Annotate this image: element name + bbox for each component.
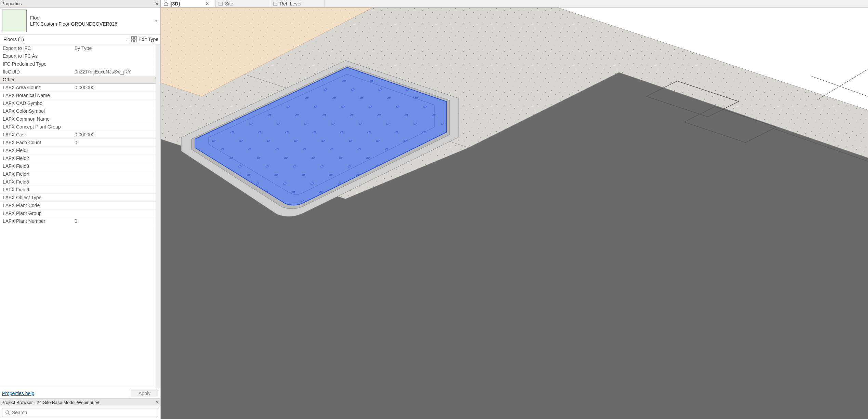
property-label: LAFX Field4 [0,170,72,178]
property-label: LAFX Color Symbol [0,107,72,115]
property-group-header[interactable]: Other⌃ [0,76,160,84]
instance-filter-label: Floors (1) [3,37,24,42]
svg-line-5 [9,414,10,415]
property-value[interactable] [72,52,160,60]
tab-label: {3D} [170,1,180,6]
tab-site[interactable]: Site [215,0,270,7]
3d-viewport[interactable] [161,8,868,419]
property-row[interactable]: IfcGUID0nZZt7nIjEqxuNJsSw_jRY [0,68,160,76]
property-value[interactable]: 0.000000 [72,131,160,139]
property-value[interactable]: By Type [72,44,160,52]
property-label: LAFX Plant Group [0,210,72,217]
property-row[interactable]: Export to IFCBy Type [0,44,160,52]
properties-footer: Properties help Apply [0,388,160,398]
property-row[interactable]: LAFX Plant Number0 [0,217,160,225]
properties-panel-title: Properties [1,1,22,6]
property-value[interactable] [72,210,160,217]
property-label: LAFX Area Count [0,84,72,92]
property-row[interactable]: LAFX Concept Plant Group [0,123,160,131]
left-sidebar: Properties ✕ Floor LFX-Custom-Floor-GROU… [0,0,161,419]
view-tabs: {3D} ✕ Site Ref. Level [161,0,868,8]
property-label: Export to IFC As [0,52,72,60]
property-label: LAFX Common Name [0,115,72,123]
property-row[interactable]: LAFX Field6 [0,186,160,194]
tab-ref-level[interactable]: Ref. Level [270,0,325,7]
svg-rect-3 [134,40,137,42]
svg-rect-2 [131,40,134,42]
properties-help-link[interactable]: Properties help [2,391,34,396]
property-value[interactable]: 0.000000 [72,84,160,92]
property-value[interactable] [72,123,160,131]
property-row[interactable]: LAFX Field3 [0,162,160,170]
tab-label: Site [225,1,233,6]
property-row[interactable]: LAFX Color Symbol [0,107,160,115]
property-row[interactable]: LAFX Object Type [0,194,160,202]
edit-type-label: Edit Type [139,37,158,42]
property-row[interactable]: LAFX Botanical Name [0,92,160,99]
project-browser-header: Project Browser - 24-Site Base Model-Web… [0,398,160,406]
svg-rect-0 [131,37,134,39]
property-value[interactable]: 0 [72,139,160,147]
property-value[interactable] [72,99,160,107]
property-value[interactable]: 0nZZt7nIjEqxuNJsSw_jRY [72,68,160,76]
property-row[interactable]: LAFX Plant Group [0,210,160,217]
home-icon [163,1,168,6]
property-row[interactable]: Export to IFC As [0,52,160,60]
property-row[interactable]: LAFX Area Count0.000000 [0,84,160,92]
property-label: LAFX Field3 [0,162,72,170]
property-value[interactable] [72,154,160,162]
property-value[interactable]: 0 [72,217,160,225]
property-value[interactable] [72,162,160,170]
scrollbar[interactable] [156,44,160,388]
properties-grid[interactable]: Export to IFCBy Type Export to IFC As IF… [0,44,160,388]
edit-type-icon [131,36,137,42]
property-row[interactable]: LAFX Plant Code [0,202,160,210]
property-value[interactable] [72,170,160,178]
property-row[interactable]: LAFX Field5 [0,178,160,186]
3d-scene [161,8,868,419]
property-value[interactable] [72,60,160,68]
property-row[interactable]: LAFX Field1 [0,147,160,154]
type-selector[interactable]: Floor LFX-Custom-Floor-GROUNDCOVER026 ▾ [0,8,160,35]
property-value[interactable] [72,178,160,186]
property-row[interactable]: IFC Predefined Type [0,60,160,68]
instance-filter-combo[interactable]: Floors (1) ⌄ [2,36,131,43]
sheet-icon [218,1,223,6]
close-icon[interactable]: ✕ [206,1,209,6]
property-value[interactable] [72,186,160,194]
apply-button[interactable]: Apply [131,390,158,397]
close-icon[interactable]: ✕ [155,400,159,405]
property-label: LAFX Field1 [0,147,72,154]
property-row[interactable]: LAFX Field4 [0,170,160,178]
search-field[interactable] [12,410,155,415]
property-value[interactable] [72,115,160,123]
search-input[interactable] [2,408,158,417]
search-icon [5,410,10,415]
property-label: LAFX Each Count [0,139,72,147]
svg-rect-1 [134,37,137,39]
sheet-icon [273,1,278,6]
tab-label: Ref. Level [280,1,301,6]
property-label: IFC Predefined Type [0,60,72,68]
property-label: LAFX Field6 [0,186,72,194]
property-row[interactable]: LAFX CAD Symbol [0,99,160,107]
property-row[interactable]: LAFX Common Name [0,115,160,123]
chevron-down-icon[interactable]: ▾ [154,19,158,23]
property-label: LAFX Plant Number [0,217,72,225]
property-value[interactable] [72,202,160,210]
property-value[interactable] [72,92,160,99]
property-row[interactable]: LAFX Each Count0 [0,139,160,147]
property-value[interactable] [72,147,160,154]
property-label: LAFX Concept Plant Group [0,123,72,131]
type-swatch [2,10,27,32]
property-row[interactable]: LAFX Field2 [0,154,160,162]
close-icon[interactable]: ✕ [155,1,159,6]
property-value[interactable] [72,107,160,115]
chevron-down-icon: ⌄ [126,38,128,41]
group-label: Other [3,77,15,82]
property-row[interactable]: LAFX Cost0.000000 [0,131,160,139]
property-value[interactable] [72,194,160,202]
edit-type-button[interactable]: Edit Type [131,36,158,42]
tab-3d[interactable]: {3D} ✕ [161,0,215,7]
property-label: LAFX Plant Code [0,202,72,210]
